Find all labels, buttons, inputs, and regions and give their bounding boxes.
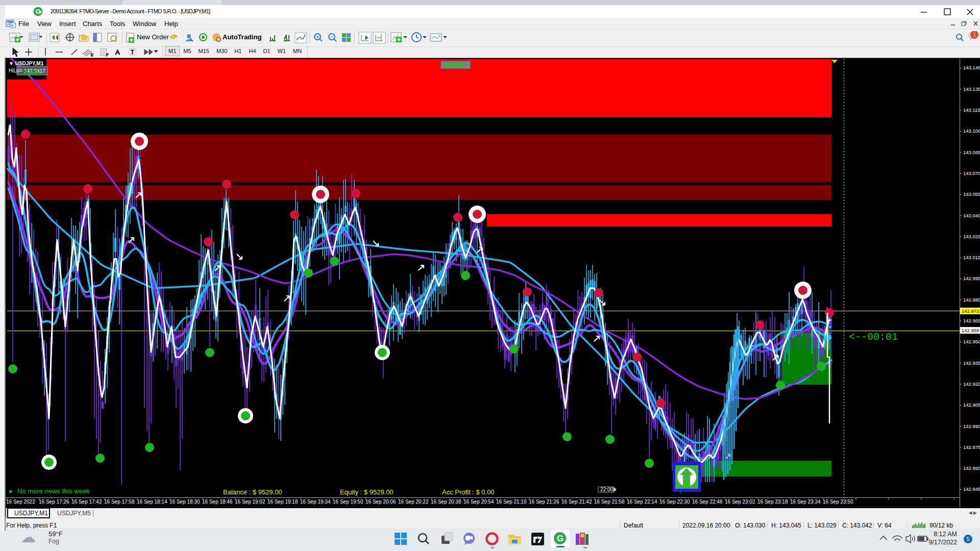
svg-text:●: ● <box>9 487 13 495</box>
svg-text:142.950: 142.950 <box>963 339 980 344</box>
svg-text:16 Sep 17:26: 16 Sep 17:26 <box>39 499 69 505</box>
svg-text:16 Sep 18:46: 16 Sep 18:46 <box>202 499 233 505</box>
svg-text:16 Sep 18:30: 16 Sep 18:30 <box>169 499 200 505</box>
svg-text:▼ USDJPY,M1: ▼ USDJPY,M1 <box>9 61 44 66</box>
svg-text:Acc Profit : $ 0.00: Acc Profit : $ 0.00 <box>442 488 495 496</box>
svg-text:F: F <box>106 53 108 57</box>
svg-text:16 Sep 22:30: 16 Sep 22:30 <box>659 499 690 505</box>
svg-text:142.972: 142.972 <box>962 308 979 314</box>
svg-text:16 Sep 18:14: 16 Sep 18:14 <box>137 499 167 505</box>
svg-text:New Order: New Order <box>137 33 169 41</box>
svg-text:16 Sep 20:38: 16 Sep 20:38 <box>431 499 461 505</box>
svg-text:Balance : $ 9529.00: Balance : $ 9529.00 <box>223 488 282 496</box>
svg-text:E: E <box>91 53 93 57</box>
svg-text:16 Sep 19:02: 16 Sep 19:02 <box>235 499 265 505</box>
svg-text:No more news this week: No more news this week <box>17 487 90 495</box>
svg-text:16 Sep 17:58: 16 Sep 17:58 <box>104 499 135 505</box>
svg-text:A: A <box>115 48 120 56</box>
svg-text:143.010: 143.010 <box>963 255 980 260</box>
svg-text:<--00:01: <--00:01 <box>849 331 898 343</box>
svg-text:143.040: 143.040 <box>963 213 980 218</box>
svg-text:142.995: 142.995 <box>963 276 980 281</box>
svg-text:16 Sep 20:06: 16 Sep 20:06 <box>365 499 396 505</box>
svg-text:143.025: 143.025 <box>963 234 980 239</box>
svg-text:142.845: 142.845 <box>963 486 980 492</box>
svg-text:HiLo=: HiLo= <box>9 68 22 73</box>
svg-text:Equity : $ 9529.00: Equity : $ 9529.00 <box>340 488 394 496</box>
svg-text:142.920: 142.920 <box>963 381 980 387</box>
svg-text:16 Sep 19:18: 16 Sep 19:18 <box>267 499 298 505</box>
svg-text:143.070: 143.070 <box>963 170 980 176</box>
svg-text:22:00: 22:00 <box>600 487 613 492</box>
svg-text:142.875: 142.875 <box>963 444 980 450</box>
svg-text:16 Sep 21:42: 16 Sep 21:42 <box>561 499 592 505</box>
svg-text:16 Sep 2022: 16 Sep 2022 <box>6 499 35 505</box>
svg-text:16 Sep 19:34: 16 Sep 19:34 <box>300 499 331 505</box>
svg-text:w: w <box>11 23 14 27</box>
svg-text:143.130: 143.130 <box>963 86 980 92</box>
svg-text:MA ON: MA ON <box>445 62 464 68</box>
svg-text:16 Sep 22:46: 16 Sep 22:46 <box>692 499 723 505</box>
svg-text:142.935: 142.935 <box>963 360 980 366</box>
svg-text:AutoTrading: AutoTrading <box>223 33 262 41</box>
svg-text:16 Sep 23:50: 16 Sep 23:50 <box>823 499 853 505</box>
svg-text:16 Sep 20:54: 16 Sep 20:54 <box>463 499 494 505</box>
svg-text:16 Sep 23:18: 16 Sep 23:18 <box>757 499 788 505</box>
svg-text:142.958: 142.958 <box>962 328 979 333</box>
svg-text:T: T <box>131 49 134 55</box>
svg-text:142.965: 142.965 <box>963 318 980 323</box>
svg-text:143.055: 143.055 <box>963 191 980 197</box>
svg-text:16 Sep 23:34: 16 Sep 23:34 <box>790 499 821 505</box>
svg-text:16 Sep 19:50: 16 Sep 19:50 <box>333 499 363 505</box>
svg-text:16 Sep 21:58: 16 Sep 21:58 <box>594 499 625 505</box>
svg-text:16 Sep 22:14: 16 Sep 22:14 <box>627 499 657 505</box>
svg-text:16 Sep 21:10: 16 Sep 21:10 <box>496 499 527 505</box>
svg-text:143.145: 143.145 <box>963 65 980 70</box>
svg-text:142.980: 142.980 <box>963 297 980 303</box>
svg-text:143.100: 143.100 <box>963 128 980 134</box>
svg-text:G: G <box>557 534 564 543</box>
svg-text:142.860: 142.860 <box>963 465 980 471</box>
svg-text:16 Sep 17:42: 16 Sep 17:42 <box>71 499 102 505</box>
svg-text:142.905: 142.905 <box>963 402 980 408</box>
svg-text:143.085: 143.085 <box>963 149 980 155</box>
svg-text:16 Sep 23:02: 16 Sep 23:02 <box>725 499 755 505</box>
svg-text:142.890: 142.890 <box>963 423 980 429</box>
svg-text:1: 1 <box>973 32 976 38</box>
svg-text:143.115: 143.115 <box>963 107 980 113</box>
svg-text:S&D: S&D <box>24 69 38 77</box>
svg-text:16 Sep 21:26: 16 Sep 21:26 <box>529 499 559 505</box>
svg-text:16 Sep 20:22: 16 Sep 20:22 <box>398 499 429 505</box>
